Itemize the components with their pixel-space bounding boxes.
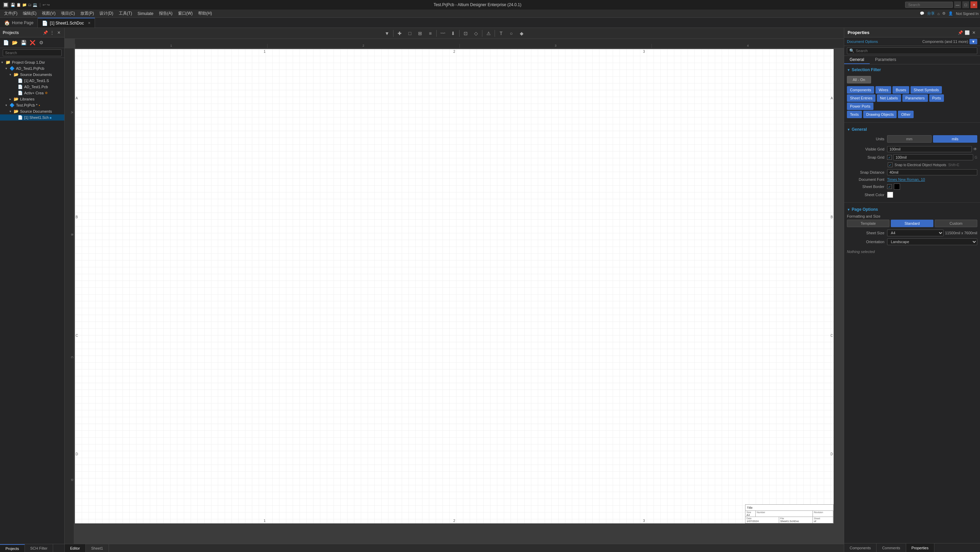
topbar-share-btn[interactable]: 分享 — [927, 11, 935, 16]
menu-reports[interactable]: 报告(A) — [156, 10, 175, 17]
wire-tool-btn[interactable]: 〰 — [438, 29, 448, 38]
menu-project[interactable]: 项目(C) — [58, 10, 78, 17]
tab-close-icon[interactable]: ✕ — [88, 21, 91, 25]
warning-tool-btn[interactable]: ⚠ — [484, 29, 493, 38]
text-tool-btn[interactable]: T — [496, 29, 506, 38]
tree-item-adtest1-s[interactable]: 📄 [1] AD_Test1.S — [0, 78, 64, 84]
topbar-user-icon[interactable]: 👤 — [948, 11, 953, 16]
doc-options-link[interactable]: Document Options — [847, 40, 878, 43]
panel-close-btn[interactable]: ✕ — [56, 30, 62, 35]
filter-power-ports-btn[interactable]: Power Ports — [847, 102, 873, 110]
selection-filter-header[interactable]: ▼ Selection Filter — [847, 66, 977, 73]
rect-tool-btn[interactable]: □ — [405, 29, 415, 38]
btm-tab-properties[interactable]: Properties — [906, 544, 934, 552]
snap-elec-checkbox[interactable] — [888, 163, 892, 167]
components-more-label[interactable]: Components (and 11 more) — [923, 40, 969, 43]
tab-sheet[interactable]: 📄 [1] Sheet1.SchDoc ✕ — [38, 18, 95, 27]
filter-ports-btn[interactable]: Ports — [929, 94, 944, 102]
titlebar-search-input[interactable] — [905, 2, 953, 8]
tree-item-adtest1[interactable]: ▾ 🔷 AD_Test1.PrjPcb — [0, 65, 64, 72]
new-project-btn[interactable]: 📄 — [2, 39, 10, 46]
topbar-chat-icon[interactable]: 💬 — [920, 11, 924, 16]
btm-tab-comments[interactable]: Comments — [877, 544, 906, 552]
general-section-header[interactable]: ▼ General — [847, 126, 977, 133]
all-on-button[interactable]: All - On — [847, 76, 871, 83]
tree-item-projectgroup[interactable]: ▾ 📁 Project Group 1.Dsr — [0, 59, 64, 65]
filter-sheet-symbols-btn[interactable]: Sheet Symbols — [910, 86, 942, 94]
right-panel-pin-btn[interactable]: 📌 — [958, 30, 963, 35]
save-project-btn[interactable]: 💾 — [20, 39, 27, 46]
canvas-background[interactable]: 1 2 3 4 A B C D 1 — [65, 39, 844, 544]
right-panel-expand-btn[interactable]: ⬜ — [964, 30, 970, 35]
sch-filter-tab[interactable]: SCH Filter — [25, 544, 53, 552]
maximize-button[interactable]: □ — [962, 2, 969, 8]
diamond-tool-btn[interactable]: ◇ — [471, 29, 480, 38]
filter-other-btn[interactable]: Other — [898, 111, 914, 118]
topbar-settings-icon[interactable]: ⚙ — [942, 11, 946, 16]
menu-help[interactable]: 帮助(H) — [196, 10, 215, 17]
component-tool-btn[interactable]: ⊡ — [461, 29, 471, 38]
tree-item-libraries[interactable]: ▸ 📂 Libraries — [0, 96, 64, 102]
sheet-border-checkbox[interactable] — [887, 184, 892, 189]
menu-tools[interactable]: 工具(T) — [116, 10, 135, 17]
panel-menu-btn[interactable]: ⋮ — [49, 30, 55, 35]
editor-tab-editor[interactable]: Editor — [65, 544, 86, 552]
props-tab-parameters[interactable]: Parameters — [870, 56, 902, 64]
tree-item-activ[interactable]: 📄 Activ+ Crea ⚙ — [0, 90, 64, 96]
open-project-btn[interactable]: 📂 — [11, 39, 18, 46]
orientation-select[interactable]: Landscape — [887, 238, 977, 245]
grid-tool-btn[interactable]: ⊞ — [415, 29, 425, 38]
topbar-home-icon[interactable]: ⌂ — [937, 11, 940, 16]
filter-sheet-entries-btn[interactable]: Sheet Entries — [847, 94, 875, 102]
align-tool-btn[interactable]: ≡ — [425, 29, 435, 38]
projects-tab[interactable]: Projects — [0, 544, 25, 552]
template-btn[interactable]: Template — [847, 220, 889, 227]
menu-file[interactable]: 文件(F) — [2, 10, 20, 17]
filter-wires-btn[interactable]: Wires — [875, 86, 891, 94]
page-options-header[interactable]: ▼ Page Options — [847, 206, 977, 213]
filter-tool-btn[interactable]: ▼ — [382, 29, 392, 38]
visible-grid-eye-icon[interactable]: 👁 — [973, 147, 977, 152]
menu-place[interactable]: 放置(P) — [78, 10, 97, 17]
sheet-size-select[interactable]: A4 — [887, 230, 943, 236]
btm-tab-components[interactable]: Components — [844, 544, 877, 552]
snap-grid-checkbox[interactable] — [887, 155, 892, 160]
circle-tool-btn[interactable]: ○ — [506, 29, 516, 38]
add-tool-btn[interactable]: ✚ — [395, 29, 404, 38]
unit-mils-btn[interactable]: mils — [933, 135, 978, 143]
filter-texts-btn[interactable]: Texts — [847, 111, 862, 118]
minimize-button[interactable]: — — [954, 2, 961, 8]
fill-tool-btn[interactable]: ◆ — [517, 29, 526, 38]
schematic-sheet[interactable]: 1 2 3 1 2 3 4 A B C D A B C D — [75, 49, 834, 523]
filter-net-labels-btn[interactable]: Net Labels — [877, 94, 901, 102]
menu-view[interactable]: 视图(V) — [39, 10, 58, 17]
menu-simulate[interactable]: Simulate — [135, 11, 156, 17]
filter-buses-btn[interactable]: Buses — [892, 86, 909, 94]
menu-window[interactable]: 窗口(W) — [175, 10, 196, 17]
props-tab-general[interactable]: General — [844, 56, 870, 64]
settings-project-btn[interactable]: ⚙ — [37, 39, 45, 46]
panel-pin-btn[interactable]: 📌 — [43, 30, 48, 35]
tree-item-adtest1-pcb[interactable]: 📄 AD_Test1.Pcb — [0, 84, 64, 90]
editor-tab-sheet1[interactable]: Sheet1 — [86, 544, 109, 552]
menu-design[interactable]: 设计(D) — [97, 10, 116, 17]
filter-drawing-objects-btn[interactable]: Drawing Objects — [863, 111, 897, 118]
sheet-border-color[interactable] — [894, 183, 900, 190]
tab-home[interactable]: 🏠 Home Page — [0, 18, 38, 27]
tree-item-sheet1[interactable]: 📄 [1] Sheet1.Sch ■ — [0, 115, 64, 121]
tree-item-testprj[interactable]: ▾ 🔷 Test.PrjPcb * • — [0, 102, 64, 108]
close-button[interactable]: ✕ — [970, 2, 977, 8]
snap-dist-input[interactable] — [887, 169, 977, 175]
sheet-color-swatch[interactable] — [887, 192, 893, 198]
standard-btn[interactable]: Standard — [891, 220, 933, 227]
canvas-wrapper[interactable]: 1 2 3 4 A B C D 1 — [65, 39, 844, 544]
unit-mm-btn[interactable]: mm — [887, 135, 932, 143]
tree-item-source-docs-1[interactable]: ▾ 📂 Source Documents — [0, 72, 64, 78]
menu-edit[interactable]: 编辑(E) — [20, 10, 39, 17]
filter-parameters-btn[interactable]: Parameters — [902, 94, 928, 102]
filter-components-btn[interactable]: Components — [847, 86, 874, 94]
arrow-tool-btn[interactable]: ⬇ — [448, 29, 458, 38]
close-project-btn[interactable]: ❌ — [29, 39, 36, 46]
visible-grid-input[interactable] — [887, 146, 972, 152]
doc-font-value[interactable]: Times New Roman, 10 — [887, 177, 925, 182]
